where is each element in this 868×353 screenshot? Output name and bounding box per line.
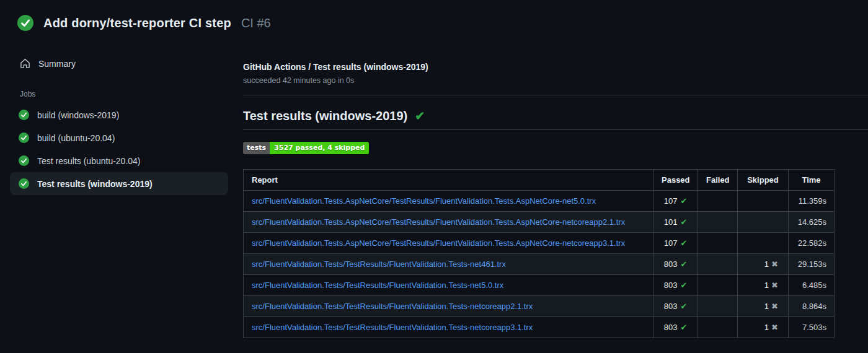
failed-cell — [698, 191, 738, 212]
report-link[interactable]: src/FluentValidation.Tests/TestResults/F… — [252, 259, 506, 269]
pass-check-icon: ✔ — [680, 281, 687, 290]
run-header: Add dorny/test-reporter CI step CI #6 — [0, 0, 868, 42]
job-label: build (windows-2019) — [37, 110, 119, 120]
job-label: build (ubuntu-20.04) — [37, 133, 115, 143]
divider — [243, 95, 868, 95]
passed-cell: 803✔ — [653, 296, 698, 317]
pass-check-icon: ✔ — [680, 217, 687, 227]
run-ref: CI #6 — [241, 16, 271, 30]
skipped-x-icon: ✖ — [771, 259, 778, 269]
report-link[interactable]: src/FluentValidation.Tests.AspNetCore/Te… — [252, 238, 625, 248]
report-link[interactable]: src/FluentValidation.Tests/TestResults/F… — [252, 302, 533, 311]
summary-label: Summary — [38, 59, 76, 69]
check-circle-icon — [19, 178, 29, 189]
run-title: Add dorny/test-reporter CI step — [43, 16, 231, 30]
jobs-heading: Jobs — [20, 90, 228, 98]
skipped-cell — [738, 233, 789, 254]
column-header-skipped: Skipped — [738, 170, 789, 191]
table-row: src/FluentValidation.Tests/TestResults/F… — [244, 296, 835, 317]
time-cell: 6.485s — [789, 275, 835, 296]
sidebar-item-test-results-windows-2019[interactable]: Test results (windows-2019) — [10, 172, 228, 195]
badge-label: tests — [243, 142, 270, 154]
job-label: Test results (ubuntu-20.04) — [37, 156, 141, 166]
passed-cell: 107✔ — [653, 233, 698, 254]
section-heading: Test results (windows-2019) ✔ — [243, 109, 868, 123]
pass-check-icon: ✔ — [680, 238, 687, 248]
failed-cell — [698, 317, 738, 338]
time-cell: 14.625s — [789, 212, 835, 233]
pass-check-icon: ✔ — [680, 302, 687, 311]
skipped-cell — [738, 212, 789, 233]
skipped-cell: 1✖ — [738, 275, 789, 296]
skipped-cell: 1✖ — [738, 254, 789, 275]
skipped-x-icon: ✖ — [771, 323, 778, 332]
table-row: src/FluentValidation.Tests/TestResults/F… — [244, 254, 835, 275]
skipped-x-icon: ✖ — [771, 281, 778, 290]
column-header-passed: Passed — [653, 170, 698, 191]
status-line: succeeded 42 minutes ago in 0s — [243, 76, 868, 85]
table-header-row: Report Passed Failed Skipped Time — [244, 170, 835, 191]
pass-check-icon: ✔ — [680, 259, 687, 269]
report-link[interactable]: src/FluentValidation.Tests/TestResults/F… — [252, 281, 503, 290]
check-circle-icon — [19, 133, 29, 143]
sidebar: Summary Jobs build (windows-2019) build … — [0, 42, 243, 195]
check-name: GitHub Actions / Test results (windows-2… — [243, 62, 868, 72]
passed-cell: 803✔ — [653, 275, 698, 296]
column-header-report: Report — [244, 170, 653, 191]
home-icon — [20, 58, 30, 69]
section-heading-text: Test results (windows-2019) — [243, 109, 407, 123]
success-check-icon: ✔ — [415, 110, 425, 122]
report-link[interactable]: src/FluentValidation.Tests/TestResults/F… — [252, 323, 533, 332]
table-row: src/FluentValidation.Tests.AspNetCore/Te… — [244, 233, 835, 254]
job-list: build (windows-2019) build (ubuntu-20.04… — [10, 103, 228, 195]
main-panel: GitHub Actions / Test results (windows-2… — [243, 42, 868, 338]
failed-cell — [698, 233, 738, 254]
sidebar-item-test-results-ubuntu-2004[interactable]: Test results (ubuntu-20.04) — [10, 149, 228, 172]
skipped-x-icon: ✖ — [771, 302, 778, 311]
table-row: src/FluentValidation.Tests/TestResults/F… — [244, 275, 835, 296]
sidebar-item-build-windows-2019[interactable]: build (windows-2019) — [10, 103, 228, 126]
passed-cell: 803✔ — [653, 254, 698, 275]
sidebar-item-summary[interactable]: Summary — [19, 56, 228, 71]
table-row: src/FluentValidation.Tests/TestResults/F… — [244, 317, 835, 338]
report-link[interactable]: src/FluentValidation.Tests.AspNetCore/Te… — [252, 217, 625, 227]
passed-cell: 107✔ — [653, 191, 698, 212]
table-row: src/FluentValidation.Tests.AspNetCore/Te… — [244, 191, 835, 212]
badge-value: 3527 passed, 4 skipped — [270, 142, 369, 154]
check-circle-icon — [19, 155, 29, 166]
failed-cell — [698, 254, 738, 275]
report-link[interactable]: src/FluentValidation.Tests.AspNetCore/Te… — [252, 196, 596, 206]
divider — [243, 129, 868, 130]
table-row: src/FluentValidation.Tests.AspNetCore/Te… — [244, 212, 835, 233]
passed-cell: 101✔ — [653, 212, 698, 233]
failed-cell — [698, 275, 738, 296]
pass-check-icon: ✔ — [680, 196, 687, 206]
time-cell: 8.864s — [789, 296, 835, 317]
skipped-cell: 1✖ — [738, 317, 789, 338]
failed-cell — [698, 296, 738, 317]
passed-cell: 803✔ — [653, 317, 698, 338]
test-results-table: Report Passed Failed Skipped Time src/Fl… — [243, 169, 835, 338]
time-cell: 11.359s — [789, 191, 835, 212]
column-header-time: Time — [789, 170, 835, 191]
skipped-cell: 1✖ — [738, 296, 789, 317]
time-cell: 29.153s — [789, 254, 835, 275]
column-header-failed: Failed — [698, 170, 738, 191]
job-label: Test results (windows-2019) — [37, 179, 153, 189]
failed-cell — [698, 212, 738, 233]
skipped-cell — [738, 191, 789, 212]
success-check-circle-icon — [17, 15, 33, 31]
time-cell: 22.582s — [789, 233, 835, 254]
check-circle-icon — [19, 110, 29, 120]
pass-check-icon: ✔ — [680, 323, 687, 332]
tests-status-badge: tests 3527 passed, 4 skipped — [243, 142, 369, 154]
time-cell: 7.503s — [789, 317, 835, 338]
sidebar-item-build-ubuntu-2004[interactable]: build (ubuntu-20.04) — [10, 126, 228, 149]
